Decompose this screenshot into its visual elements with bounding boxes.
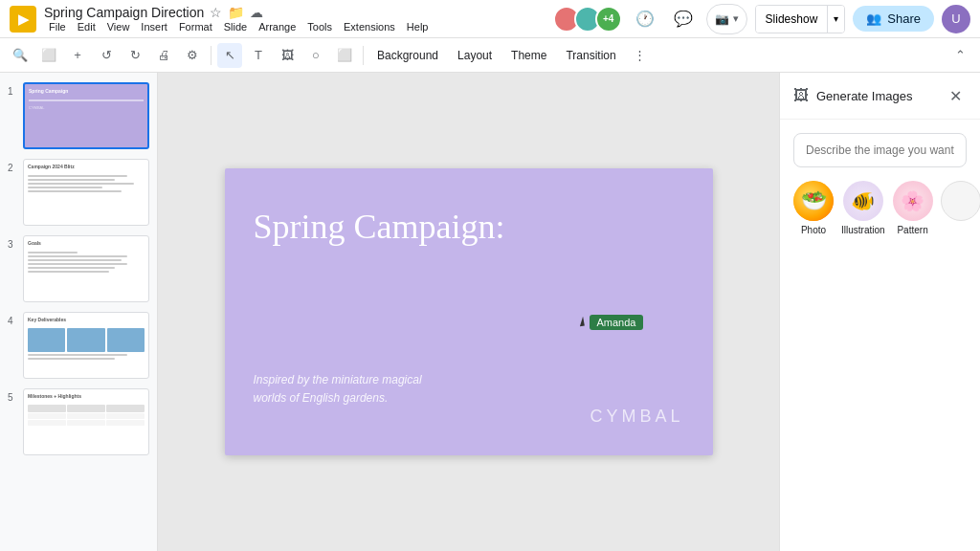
side-panel-header: 🖼 Generate Images ✕ [780,73,980,120]
menu-slide[interactable]: Slide [219,20,252,33]
slide-preview-5[interactable]: Milestones + Highlights [23,388,149,455]
document-title: Spring Campaign Direction [44,5,204,20]
transition-button[interactable]: Transition [558,46,623,65]
more-options-button[interactable]: ⋮ [628,43,653,68]
slide-thumb-2[interactable]: 2 Campaign 2024 Blitz [6,157,151,228]
user-avatar[interactable]: U [942,5,970,33]
slide-brand: CYMBAL [590,407,683,427]
menu-bar: File Edit View Insert Format Slide Arran… [44,20,546,33]
cursor-indicator: Amanda [579,317,644,330]
menu-view[interactable]: View [102,20,135,33]
theme-button[interactable]: Theme [503,46,554,65]
slide5-label: Milestones + Highlights [24,389,148,403]
photo-circle-inner: 🥗 [793,181,834,221]
layout-button[interactable]: Layout [450,46,500,65]
slide-canvas[interactable]: Spring Campaign: Inspired by the miniatu… [225,168,713,455]
title-bar: ▶ Spring Campaign Direction ☆ 📁 ☁ File E… [0,0,980,38]
generate-images-icon: 🖼 [793,87,809,104]
menu-extensions[interactable]: Extensions [339,20,400,33]
menu-help[interactable]: Help [402,20,434,33]
camera-button[interactable]: 📷 ▾ [706,4,747,34]
slide-thumb-1[interactable]: 1 Spring Campaign CYMBAL [6,80,151,151]
background-label: Background [377,49,438,62]
slide-preview-1[interactable]: Spring Campaign CYMBAL [23,82,149,149]
generate-images-label: Generate Images [816,89,912,103]
slide-number-5: 5 [8,388,19,403]
slide-title: Spring Campaign: [254,207,505,247]
photo-circle: 🥗 [793,181,834,221]
shape-tool[interactable]: ○ [303,43,328,68]
side-panel-title: 🖼 Generate Images [793,87,912,104]
generate-images-panel: 🖼 Generate Images ✕ 🥗 Photo [779,73,980,551]
illustration-label: Illustration [841,225,885,235]
folder-icon[interactable]: 📁 [228,5,244,20]
slideshow-dropdown[interactable]: ▾ [827,6,844,33]
slide-preview-3[interactable]: Goals [23,235,149,302]
undo-button[interactable]: ↺ [94,43,119,68]
slide-number-4: 4 [8,312,19,326]
main-content: 1 Spring Campaign CYMBAL 2 Campaign 2024… [0,73,980,551]
share-button[interactable]: 👥 Share [853,6,934,32]
fit-button[interactable]: ⬜ [36,43,61,68]
canvas-area[interactable]: Spring Campaign: Inspired by the miniatu… [158,73,779,551]
share-icon: 👥 [866,11,881,26]
close-panel-button[interactable]: ✕ [944,84,967,107]
menu-format[interactable]: Format [174,20,217,33]
zoom-button[interactable]: 🔍 [8,43,33,68]
image-type-grid: 🥗 Photo 🐠 Illustration 🌸 [793,181,967,235]
slide-number-3: 3 [8,235,19,250]
camera-icon: 📷 [715,12,729,26]
slide-number-1: 1 [8,82,19,97]
paint-format-button[interactable]: ⚙ [180,43,205,68]
redo-button[interactable]: ↻ [122,43,147,68]
slideshow-main[interactable]: Slideshow [756,6,828,33]
header-right: +4 🕐 💬 📷 ▾ Slideshow ▾ 👥 Share U [553,4,970,34]
menu-insert[interactable]: Insert [136,20,172,33]
theme-label: Theme [511,49,546,62]
menu-file[interactable]: File [44,20,71,33]
slide3-label: Goals [24,236,148,250]
doc-title: Spring Campaign Direction ☆ 📁 ☁ [44,5,546,20]
photo-label: Photo [801,225,826,235]
print-button[interactable]: 🖨 [151,43,176,68]
image-type-illustration[interactable]: 🐠 Illustration [841,181,885,235]
select-tool[interactable]: ↖ [217,43,242,68]
app-icon: ▶ [10,6,36,33]
slideshow-button[interactable]: Slideshow ▾ [755,5,846,33]
history-button[interactable]: 🕐 [630,4,660,34]
slide-subtitle: Inspired by the miniature magicalworlds … [254,371,422,408]
slide-thumb-3[interactable]: 3 Goals [6,233,151,304]
layout-label: Layout [457,49,492,62]
background-button[interactable]: Background [369,46,446,65]
menu-arrange[interactable]: Arrange [254,20,301,33]
pattern-label: Pattern [897,225,927,235]
star-icon[interactable]: ☆ [210,5,222,20]
pattern-circle: 🌸 [893,181,933,221]
menu-tools[interactable]: Tools [302,20,337,33]
slide-preview-4[interactable]: Key Deliverables [23,312,149,379]
image-description-input[interactable] [793,133,967,167]
text-tool[interactable]: T [246,43,271,68]
avatar-count: +4 [595,6,622,33]
slide-preview-2[interactable]: Campaign 2024 Blitz [23,159,149,226]
cloud-icon[interactable]: ☁ [250,5,263,20]
slide-thumb-5[interactable]: 5 Milestones + Highlights [6,386,151,457]
title-section: Spring Campaign Direction ☆ 📁 ☁ File Edi… [44,5,546,33]
toolbar: 🔍 ⬜ + ↺ ↻ 🖨 ⚙ ↖ T 🖼 ○ ⬜ Background Layou… [0,38,980,73]
slide-thumb-4[interactable]: 4 Key Deliverables [6,310,151,381]
image-type-pattern[interactable]: 🌸 Pattern [893,181,933,235]
side-panel-body: 🥗 Photo 🐠 Illustration 🌸 [780,120,980,249]
image-tool[interactable]: 🖼 [275,43,300,68]
add-button[interactable]: + [65,43,90,68]
menu-edit[interactable]: Edit [73,20,100,33]
collapse-button[interactable]: ⌃ [947,43,972,68]
line-tool[interactable]: ⬜ [332,43,357,68]
slide4-label: Key Deliverables [24,313,148,326]
image-type-photo[interactable]: 🥗 Photo [793,181,834,235]
chat-button[interactable]: 💬 [668,4,699,34]
image-type-empty[interactable] [941,181,980,235]
slide-panel: 1 Spring Campaign CYMBAL 2 Campaign 2024… [0,73,158,551]
toolbar-divider-2 [363,46,364,65]
illustration-circle: 🐠 [843,181,883,221]
toolbar-divider-1 [211,46,212,65]
